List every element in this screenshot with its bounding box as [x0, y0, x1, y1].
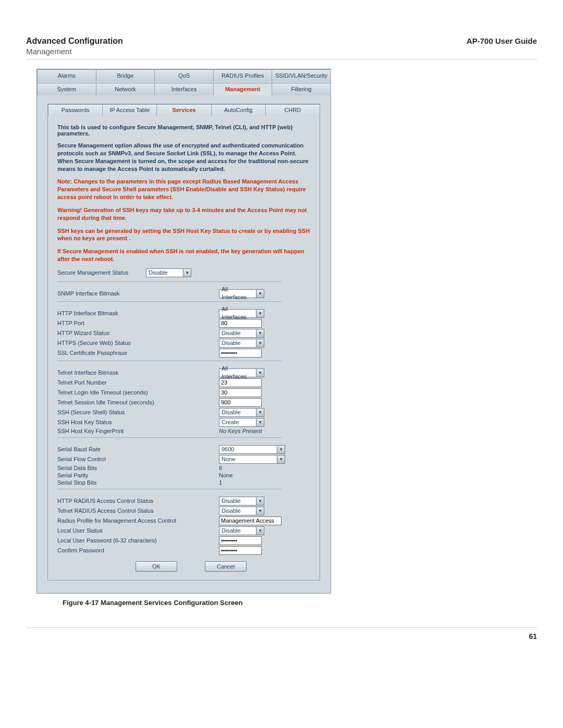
tab-system[interactable]: System — [37, 83, 96, 95]
ok-button[interactable]: OK — [136, 561, 177, 572]
telnet-login-timeout-label: Telnet Login Idle Timeout (seconds) — [57, 389, 219, 396]
telnet-session-timeout-label: Telnet Session Idle Timeout (seconds) — [57, 399, 219, 405]
ssh-status-select[interactable]: Disable ▾ — [219, 408, 264, 417]
snmp-bitmask-select[interactable]: All Interfaces ▾ — [219, 289, 264, 298]
telnet-radius-label: Telnet RADIUS Access Control Status — [57, 508, 219, 514]
tab-interfaces[interactable]: Interfaces — [154, 83, 214, 95]
serial-flow-value: None — [219, 455, 277, 463]
telnet-radius-select[interactable]: Disable ▾ — [219, 507, 264, 515]
serial-data-bits-value: 8 — [219, 465, 222, 471]
http-bitmask-select[interactable]: All Interfaces ▾ — [219, 309, 264, 318]
serial-parity-label: Serial Parity — [57, 472, 219, 478]
telnet-bitmask-label: Telnet Interface Bitmask — [57, 369, 219, 376]
ssh-fingerprint-value: No Keys Present — [219, 428, 262, 434]
ssh-host-key-value: Create — [219, 418, 256, 426]
note-text: Note: Changes to the parameters in this … — [57, 178, 311, 201]
tab-filtering[interactable]: Filtering — [272, 83, 331, 95]
divider — [57, 437, 282, 438]
chevron-down-icon: ▾ — [277, 446, 285, 453]
telnet-port-input[interactable] — [219, 378, 262, 387]
chevron-down-icon: ▾ — [183, 269, 191, 277]
cancel-button[interactable]: Cancel — [205, 561, 247, 572]
tab-alarms[interactable]: Alarms — [37, 69, 96, 82]
serial-baud-label: Serial Baud Rate — [57, 446, 219, 452]
serial-stop-bits-label: Serial Stop Bits — [57, 479, 219, 486]
local-user-status-select[interactable]: Disable ▾ — [219, 526, 264, 535]
chevron-down-icon: ▾ — [256, 290, 264, 298]
subtab-passwords[interactable]: Passwords — [48, 104, 103, 116]
guide-name: AP-700 User Guide — [467, 36, 537, 56]
serial-flow-select[interactable]: None ▾ — [219, 455, 285, 464]
confirm-pwd-input[interactable] — [219, 546, 262, 555]
page-header: Advanced Configuration Management AP-700… — [26, 36, 537, 59]
tab-network[interactable]: Network — [96, 83, 155, 95]
chevron-down-icon: ▾ — [256, 507, 264, 515]
http-bitmask-label: HTTP Interface Bitmask — [57, 310, 219, 316]
ssh-host-key-label: SSH Host Key Status — [57, 419, 219, 425]
radius-profile-input[interactable] — [219, 516, 282, 525]
serial-parity-value: None — [219, 472, 232, 478]
warn-secure-mgmt: If Secure Management is enabled when SSH… — [57, 248, 311, 263]
tab-qos[interactable]: QoS — [154, 69, 214, 82]
telnet-login-timeout-input[interactable] — [219, 388, 262, 397]
http-radius-label: HTTP RADIUS Access Control Status — [57, 498, 219, 504]
telnet-session-timeout-input[interactable] — [219, 398, 262, 407]
serial-baud-select[interactable]: 9600 ▾ — [219, 445, 285, 454]
page-number: 61 — [26, 627, 537, 640]
ssh-host-key-select[interactable]: Create ▾ — [219, 418, 264, 427]
subtab-chrd[interactable]: CHRD — [265, 104, 320, 116]
warn-ssh-generate: SSH keys can be generated by setting the… — [57, 227, 311, 243]
snmp-bitmask-value: All Interfaces — [219, 286, 256, 301]
tab-bridge[interactable]: Bridge — [96, 69, 155, 82]
chevron-down-icon: ▾ — [256, 418, 264, 426]
divider — [57, 281, 282, 282]
http-radius-select[interactable]: Disable ▾ — [219, 497, 264, 505]
serial-stop-bits-value: 1 — [219, 479, 222, 486]
http-radius-value: Disable — [219, 497, 256, 505]
https-value: Disable — [219, 339, 256, 347]
doc-title: Advanced Configuration — [26, 36, 123, 46]
intro-text: This tab is used to configure Secure Man… — [57, 124, 311, 137]
chevron-down-icon: ▾ — [256, 409, 264, 416]
telnet-bitmask-select[interactable]: All Interfaces ▾ — [219, 368, 264, 377]
http-port-input[interactable] — [219, 319, 262, 328]
chevron-down-icon: ▾ — [256, 497, 264, 505]
tab-radius-profiles[interactable]: RADIUS Profiles — [213, 69, 273, 82]
ssh-status-value: Disable — [219, 409, 256, 416]
serial-flow-label: Serial Flow Control — [57, 456, 219, 462]
ssl-pass-input[interactable] — [219, 349, 262, 357]
chevron-down-icon: ▾ — [256, 369, 264, 377]
config-screenshot: Alarms Bridge QoS RADIUS Profiles SSID/V… — [36, 69, 331, 594]
local-user-pwd-input[interactable] — [219, 536, 262, 545]
ssh-status-label: SSH (Secure Shell) Status — [57, 409, 219, 415]
warn-ssh-keys: Warning! Generation of SSH keys may take… — [57, 206, 311, 222]
snmp-bitmask-label: SNMP Interface Bitmask — [57, 290, 219, 297]
subtab-autoconfig[interactable]: AutoConfig — [211, 104, 266, 116]
ssh-fingerprint-label: SSH Host Key FingerPrint — [57, 428, 219, 434]
chevron-down-icon: ▾ — [256, 527, 264, 535]
secure-mgmt-desc: Secure Management option allows the use … — [57, 142, 311, 172]
local-user-pwd-label: Local User Password (6-32 characters) — [57, 537, 219, 544]
tab-ssid-vlan-security[interactable]: SSID/VLAN/Security — [272, 69, 331, 82]
secure-mgmt-status-label: Secure Management Status — [57, 269, 146, 276]
telnet-radius-value: Disable — [219, 507, 256, 515]
subtab-services[interactable]: Services — [156, 104, 211, 116]
https-select[interactable]: Disable ▾ — [219, 339, 264, 348]
chevron-down-icon: ▾ — [277, 455, 285, 463]
figure-caption: Figure 4-17 Management Services Configur… — [63, 599, 537, 607]
chevron-down-icon: ▾ — [256, 310, 264, 317]
tab-management[interactable]: Management — [213, 83, 273, 95]
subtab-ip-access-table[interactable]: IP Access Table — [102, 104, 157, 116]
divider — [57, 489, 282, 489]
http-wizard-label: HTTP Wizard Status — [57, 330, 219, 336]
secure-mgmt-status-value: Disable — [146, 269, 183, 277]
subtab-row: Passwords IP Access Table Services AutoC… — [48, 104, 320, 116]
http-wizard-select[interactable]: Disable ▾ — [219, 329, 264, 338]
ssl-pass-label: SSL Certificate Passphrase — [57, 350, 219, 356]
doc-subtitle: Management — [26, 47, 123, 56]
secure-mgmt-status-select[interactable]: Disable ▾ — [146, 268, 191, 277]
tab-row-sub: System Network Interfaces Management Fil… — [37, 83, 331, 95]
confirm-pwd-label: Confirm Password — [57, 547, 219, 553]
https-label: HTTPS (Secure Web) Status — [57, 340, 219, 346]
serial-baud-value: 9600 — [219, 446, 277, 453]
